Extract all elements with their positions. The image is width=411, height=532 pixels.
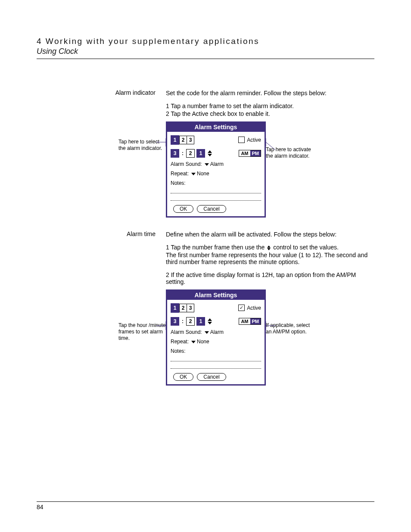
indicator-3[interactable]: 3: [187, 136, 194, 144]
repeat-label: Repeat:: [171, 171, 189, 177]
sound-label: Alarm Sound:: [171, 329, 202, 335]
svg-line-2: [266, 142, 275, 150]
minute-box-2[interactable]: 1: [196, 317, 205, 326]
chevron-down-icon: [205, 331, 209, 334]
active-label: Active: [247, 305, 261, 311]
alarm-settings-panel: Alarm Settings 1 2 3 ✓ Active 3 :: [166, 289, 266, 386]
sound-value: Alarm: [210, 329, 224, 335]
step-text: The first number frame represents the ho…: [166, 252, 374, 265]
chevron-down-icon: [191, 341, 196, 343]
step-text-a: 1 Tap the number frame then use the: [166, 244, 266, 251]
active-label: Active: [247, 137, 261, 143]
repeat-dropdown[interactable]: None: [191, 339, 209, 345]
step-text: 2 If the active time display format is 1…: [166, 271, 374, 285]
time-colon: :: [181, 150, 184, 156]
time-colon: :: [181, 318, 184, 324]
term-alarm-indicator: Alarm indicator: [37, 89, 166, 96]
step-text: 1 Tap a number frame to set the alarm in…: [166, 103, 374, 109]
ok-button[interactable]: OK: [173, 373, 193, 381]
sound-dropdown[interactable]: Alarm: [205, 161, 224, 167]
chevron-up-icon: [208, 150, 212, 153]
repeat-label: Repeat:: [171, 339, 189, 345]
chevron-down-icon: [208, 322, 212, 324]
notes-line[interactable]: [171, 364, 261, 369]
sound-label: Alarm Sound:: [171, 161, 202, 167]
page-header: 4 Working with your supplementary applic…: [37, 37, 374, 59]
time-spinner[interactable]: [208, 150, 212, 156]
am-option[interactable]: AM: [239, 150, 250, 156]
minute-box-1[interactable]: 2: [186, 149, 195, 158]
repeat-value: None: [197, 339, 209, 345]
ok-button[interactable]: OK: [173, 205, 193, 213]
notes-line[interactable]: [171, 196, 261, 201]
step-text: 2 Tap the Active check box to enable it.: [166, 110, 374, 117]
desc-alarm-indicator: Set the code for the alarm reminder. Fol…: [166, 89, 374, 97]
page-number: 84: [37, 501, 374, 510]
chevron-down-icon: [205, 163, 209, 166]
notes-label: Notes:: [171, 348, 186, 354]
chevron-up-icon: [208, 318, 212, 321]
sound-dropdown[interactable]: Alarm: [205, 329, 224, 335]
indicator-1[interactable]: 1: [171, 303, 179, 313]
time-spinner[interactable]: [208, 318, 212, 324]
active-checkbox[interactable]: ✓: [238, 305, 245, 311]
panel-title: Alarm Settings: [167, 123, 265, 132]
step-text-b: control to set the values.: [273, 244, 339, 251]
pm-option[interactable]: PM: [250, 150, 261, 156]
indicator-1[interactable]: 1: [171, 135, 179, 145]
panel-title: Alarm Settings: [167, 291, 265, 300]
sound-value: Alarm: [210, 161, 224, 167]
indicator-2[interactable]: 2: [179, 136, 187, 144]
hour-box[interactable]: 3: [171, 149, 179, 158]
repeat-value: None: [197, 171, 209, 177]
indicator-2[interactable]: 2: [179, 304, 187, 312]
chapter-title: 4 Working with your supplementary applic…: [37, 37, 374, 46]
ampm-toggle[interactable]: AM PM: [239, 150, 261, 157]
notes-label: Notes:: [171, 180, 186, 186]
section-title: Using Clock: [37, 47, 374, 56]
active-checkbox[interactable]: [238, 137, 245, 143]
am-option[interactable]: AM: [239, 318, 250, 324]
minute-box-1[interactable]: 2: [186, 317, 195, 326]
cancel-button[interactable]: Cancel: [197, 373, 226, 381]
chevron-down-icon: [208, 154, 212, 156]
cancel-button[interactable]: Cancel: [197, 205, 226, 213]
indicator-3[interactable]: 3: [187, 304, 194, 312]
hour-box[interactable]: 3: [171, 317, 179, 326]
notes-line[interactable]: [171, 357, 261, 361]
step-text: 1 Tap the number frame then use the cont…: [166, 244, 374, 251]
notes-line[interactable]: [171, 189, 261, 193]
repeat-dropdown[interactable]: None: [191, 171, 209, 177]
spinner-icon: [267, 246, 271, 250]
desc-alarm-time: Define when the alarm will be activated.…: [166, 230, 374, 239]
chevron-down-icon: [191, 173, 196, 175]
alarm-settings-panel: Alarm Settings 1 2 3 Active 3 :: [166, 121, 266, 218]
ampm-toggle[interactable]: AM PM: [239, 318, 261, 325]
minute-box-2[interactable]: 1: [196, 149, 205, 158]
pm-option[interactable]: PM: [250, 318, 261, 324]
term-alarm-time: Alarm time: [37, 230, 166, 237]
